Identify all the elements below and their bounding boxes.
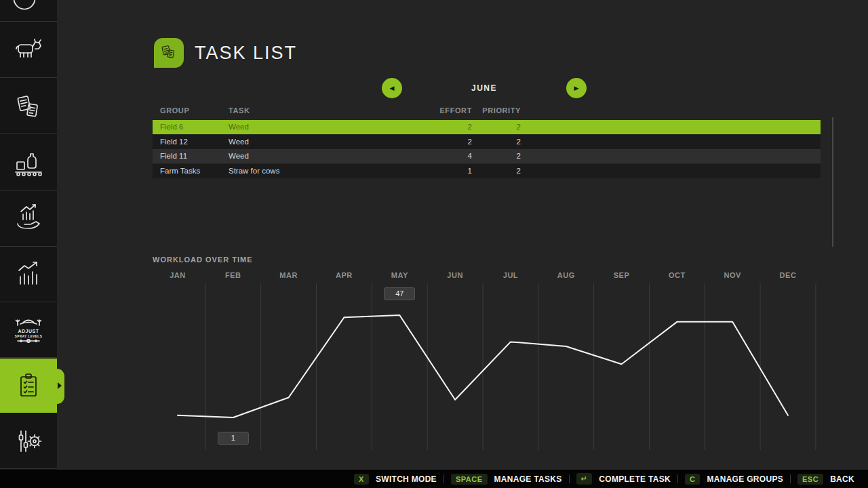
cell-group: Field 11 bbox=[160, 149, 187, 163]
production-icon bbox=[12, 146, 45, 179]
clock-icon bbox=[0, 0, 57, 22]
table-row[interactable]: Field 12 Weed 2 2 bbox=[153, 135, 821, 149]
right-arrow-icon: ▶ bbox=[574, 85, 579, 92]
left-arrow-icon: ◀ bbox=[390, 85, 395, 92]
shortcut-label: COMPLETE TASK bbox=[599, 474, 671, 484]
column-header-task: TASK bbox=[229, 106, 250, 115]
previous-month-button[interactable]: ◀ bbox=[382, 78, 402, 98]
table-row[interactable]: Field 6 Weed 2 2 bbox=[153, 120, 821, 134]
table-row[interactable]: Farm Tasks Straw for cows 1 2 bbox=[153, 164, 821, 178]
cell-effort: 2 bbox=[468, 120, 472, 134]
cell-group: Field 6 bbox=[160, 120, 184, 134]
cell-priority: 2 bbox=[517, 120, 521, 134]
page-title: TASK LIST bbox=[195, 43, 297, 64]
task-list-scrollbar[interactable] bbox=[832, 117, 833, 247]
shortcut-manage-tasks[interactable]: SPACE MANAGE TASKS bbox=[451, 474, 562, 485]
current-month-label: JUNE bbox=[433, 83, 535, 93]
cell-effort: 2 bbox=[468, 135, 472, 149]
cell-task: Weed bbox=[229, 149, 249, 163]
cow-icon bbox=[12, 34, 45, 66]
keyboard-hints-bar: X SWITCH MODE SPACE MANAGE TASKS ↵ COMPL… bbox=[0, 470, 868, 488]
sidebar: ADJUST SPRAY LEVELS bbox=[0, 0, 57, 470]
task-list-screen: ADJUST SPRAY LEVELS bbox=[0, 0, 868, 488]
settings-sliders-gear-icon bbox=[12, 425, 45, 458]
cell-group: Field 12 bbox=[160, 135, 188, 149]
sidebar-item-settings[interactable] bbox=[0, 414, 57, 469]
table-row[interactable]: Field 11 Weed 4 2 bbox=[153, 149, 821, 163]
chart-value-badge: 1 bbox=[218, 432, 249, 445]
spray-icon-text-1: ADJUST bbox=[18, 329, 39, 333]
cell-task: Straw for cows bbox=[229, 164, 279, 178]
shortcut-manage-groups[interactable]: C MANAGE GROUPS bbox=[685, 474, 783, 485]
sidebar-item-contracts[interactable] bbox=[0, 79, 57, 134]
adjust-spray-levels-icon: ADJUST SPRAY LEVELS bbox=[12, 314, 45, 346]
key-badge-esc: ESC bbox=[797, 474, 823, 485]
documents-icon bbox=[12, 90, 45, 123]
divider bbox=[569, 474, 570, 483]
shortcut-switch-mode[interactable]: X SWITCH MODE bbox=[354, 474, 437, 485]
sidebar-item-task-list[interactable] bbox=[0, 359, 57, 413]
sidebar-item-spray-levels[interactable]: ADJUST SPRAY LEVELS bbox=[0, 303, 57, 358]
column-header-group: GROUP bbox=[160, 106, 189, 115]
key-badge-c: C bbox=[685, 474, 700, 485]
task-list-icon bbox=[12, 369, 45, 402]
key-badge-space: SPACE bbox=[451, 474, 488, 485]
shortcut-label: BACK bbox=[830, 474, 854, 484]
shortcut-back[interactable]: ESC BACK bbox=[797, 474, 854, 485]
divider bbox=[790, 474, 791, 483]
cell-priority: 2 bbox=[517, 164, 521, 178]
workload-line-chart bbox=[149, 255, 831, 458]
column-header-priority: PRIORITY bbox=[482, 106, 521, 115]
divider bbox=[677, 474, 678, 483]
selected-item-notch-arrow bbox=[58, 382, 62, 389]
next-month-button[interactable]: ▶ bbox=[566, 78, 587, 98]
task-table: GROUP TASK EFFORT PRIORITY Field 6 Weed … bbox=[153, 105, 821, 181]
key-badge-x: X bbox=[354, 474, 369, 485]
cell-effort: 1 bbox=[468, 164, 472, 178]
sidebar-item-statistics[interactable] bbox=[0, 247, 57, 302]
cell-task: Weed bbox=[229, 135, 249, 149]
table-header: GROUP TASK EFFORT PRIORITY bbox=[153, 105, 821, 119]
shortcut-label: MANAGE GROUPS bbox=[707, 474, 783, 484]
workload-chart: WORKLOAD OVER TIME JANFEBMARAPRMAYJUNJUL… bbox=[149, 255, 831, 458]
cell-group: Farm Tasks bbox=[160, 164, 200, 178]
column-header-effort: EFFORT bbox=[439, 106, 472, 115]
shortcut-label: MANAGE TASKS bbox=[494, 474, 562, 484]
bar-chart-icon bbox=[12, 258, 45, 291]
cell-task: Weed bbox=[229, 120, 249, 134]
cell-priority: 2 bbox=[517, 135, 521, 149]
sidebar-item-animals[interactable] bbox=[0, 22, 57, 78]
page-header: TASK LIST bbox=[154, 38, 297, 68]
cell-effort: 4 bbox=[468, 149, 472, 163]
spray-icon-text-2: SPRAY LEVELS bbox=[15, 335, 42, 338]
sidebar-item-clock[interactable] bbox=[0, 0, 57, 22]
sidebar-item-production[interactable] bbox=[0, 135, 57, 190]
cell-priority: 2 bbox=[517, 149, 521, 163]
sidebar-item-finances[interactable] bbox=[0, 191, 57, 247]
task-list-header-icon bbox=[154, 38, 184, 68]
hand-chart-icon bbox=[12, 203, 45, 235]
shortcut-label: SWITCH MODE bbox=[376, 474, 437, 484]
shortcut-complete-task[interactable]: ↵ COMPLETE TASK bbox=[576, 473, 671, 485]
divider bbox=[443, 474, 444, 483]
key-badge-enter: ↵ bbox=[576, 473, 593, 485]
chart-value-badge: 47 bbox=[384, 287, 415, 300]
